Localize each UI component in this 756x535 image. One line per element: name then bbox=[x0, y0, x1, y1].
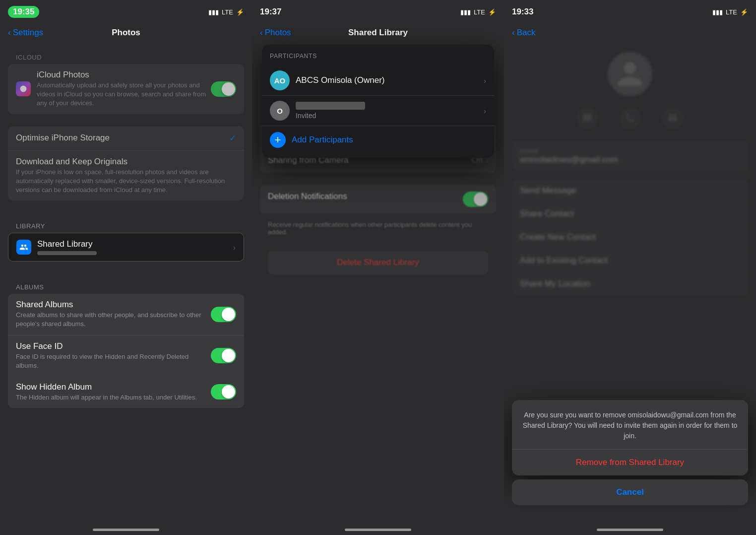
face-id-item[interactable]: Use Face ID Face ID is required to view … bbox=[8, 335, 244, 376]
invited-info: Invited bbox=[296, 102, 480, 120]
message-icon bbox=[576, 107, 598, 129]
status-bar-2: 19:37 ▮▮▮ LTE ⚡ bbox=[252, 0, 504, 22]
status-time-3: 19:33 bbox=[512, 7, 533, 17]
optimise-storage-text: Optimise iPhone Storage bbox=[16, 133, 225, 143]
nav-back-2[interactable]: ‹ Photos bbox=[260, 28, 291, 38]
add-participant-label: Add Participants bbox=[292, 135, 353, 145]
alert-dialog: Are you sure you want to remove omisolai… bbox=[512, 400, 748, 505]
owner-chevron: › bbox=[484, 76, 486, 85]
profile-actions bbox=[570, 107, 690, 131]
nav-back-1[interactable]: ‹ Settings bbox=[8, 28, 43, 38]
share-contact-item[interactable]: Share Contact bbox=[512, 202, 748, 226]
show-hidden-item[interactable]: Show Hidden Album The Hidden album will … bbox=[8, 376, 244, 408]
battery-icon-2: ⚡ bbox=[488, 8, 496, 16]
create-contact-item[interactable]: Create New Contact bbox=[512, 226, 748, 249]
icloud-photos-item[interactable]: iCloud Photos Automatically upload and s… bbox=[8, 64, 244, 114]
send-message-item[interactable]: Send Message bbox=[512, 179, 748, 202]
owner-avatar: AO bbox=[270, 70, 290, 90]
deletion-item[interactable]: Deletion Notifications bbox=[260, 185, 496, 214]
show-hidden-text: Show Hidden Album The Hidden album will … bbox=[16, 382, 211, 402]
contact-profile bbox=[504, 44, 756, 141]
nav-back-3[interactable]: ‹ Back bbox=[512, 28, 535, 38]
shared-library-icon bbox=[16, 240, 31, 255]
signal-icon-2: ▮▮▮ bbox=[460, 8, 471, 16]
remove-from-library-button[interactable]: Remove from Shared Library bbox=[512, 449, 748, 475]
back-chevron-2: ‹ bbox=[260, 28, 263, 38]
shared-albums-toggle[interactable] bbox=[211, 307, 236, 322]
alert-body: Are you sure you want to remove omisolai… bbox=[512, 400, 748, 475]
optimise-checkmark: ✓ bbox=[229, 133, 236, 143]
signal-icon-1: ▮▮▮ bbox=[208, 8, 219, 16]
shared-library-title: Shared Library bbox=[37, 239, 229, 249]
download-keep-title: Download and Keep Originals bbox=[16, 157, 236, 167]
owner-name: ABCS Omisola (Owner) bbox=[296, 75, 480, 85]
icloud-email: omisolaidowu@gmail.com bbox=[520, 155, 740, 165]
albums-header: ALBUMS bbox=[8, 273, 244, 294]
call-action[interactable] bbox=[613, 107, 647, 131]
nav-bar-2: ‹ Photos Shared Library bbox=[252, 22, 504, 44]
alert-text: Are you sure you want to remove omisolai… bbox=[512, 400, 748, 449]
message-action[interactable] bbox=[570, 107, 605, 131]
lte-icon-3: LTE bbox=[726, 8, 737, 16]
storage-list: Optimise iPhone Storage ✓ Download and K… bbox=[8, 126, 244, 201]
battery-icon-3: ⚡ bbox=[740, 8, 748, 16]
library-section: LIBRARY Shared Library › bbox=[0, 212, 252, 262]
lte-icon-2: LTE bbox=[474, 8, 485, 16]
status-time-1: 19:35 bbox=[8, 6, 39, 18]
deletion-toggle[interactable] bbox=[463, 192, 488, 207]
icloud-section: ICLOUD iCloud Photos Automatically uploa… bbox=[0, 44, 252, 201]
download-keep-item[interactable]: Download and Keep Originals If your iPho… bbox=[8, 151, 244, 201]
panel-3-contact: 19:33 ▮▮▮ LTE ⚡ ‹ Back bbox=[504, 0, 756, 535]
mail-action[interactable] bbox=[655, 107, 690, 131]
status-bar-3: 19:33 ▮▮▮ LTE ⚡ bbox=[504, 0, 756, 22]
deletion-label: Deletion Notifications bbox=[268, 192, 463, 201]
icloud-item[interactable]: iCloud omisolaidowu@gmail.com bbox=[512, 141, 748, 171]
icloud-contact-group: iCloud omisolaidowu@gmail.com bbox=[512, 141, 748, 171]
shared-library-item[interactable]: Shared Library › bbox=[8, 233, 244, 262]
icloud-header: ICLOUD bbox=[8, 44, 244, 64]
nav-title-2: Shared Library bbox=[348, 28, 408, 38]
cancel-button[interactable]: Cancel bbox=[512, 479, 748, 505]
participants-sheet: PARTICIPANTS AO ABCS Omisola (Owner) › O… bbox=[262, 45, 494, 158]
status-bar-1: 19:35 ▮▮▮ LTE ⚡ bbox=[0, 0, 252, 22]
face-id-subtitle: Face ID is required to view the Hidden a… bbox=[16, 352, 211, 370]
face-id-text: Use Face ID Face ID is required to view … bbox=[16, 341, 211, 370]
shared-library-chevron: › bbox=[233, 243, 236, 252]
add-existing-item[interactable]: Add to Existing Contact bbox=[512, 249, 748, 272]
face-id-toggle[interactable] bbox=[211, 348, 236, 363]
back-chevron-3: ‹ bbox=[512, 28, 515, 38]
lte-icon-1: LTE bbox=[222, 8, 233, 16]
icloud-photos-toggle[interactable] bbox=[211, 81, 236, 97]
albums-section: ALBUMS Shared Albums Create albums to sh… bbox=[0, 273, 252, 408]
deletion-subtitle: Receive regular notifications when other… bbox=[260, 218, 496, 236]
participants-header: PARTICIPANTS bbox=[262, 53, 494, 66]
shared-albums-item[interactable]: Shared Albums Create albums to share wit… bbox=[8, 294, 244, 335]
shared-albums-text: Shared Albums Create albums to share wit… bbox=[16, 300, 211, 329]
icloud-photos-icon bbox=[16, 81, 31, 96]
back-label-2: Photos bbox=[265, 28, 291, 38]
owner-row[interactable]: AO ABCS Omisola (Owner) › bbox=[262, 66, 494, 96]
nav-title-1: Photos bbox=[112, 28, 140, 38]
library-list: Shared Library › bbox=[8, 233, 244, 262]
home-indicator-2 bbox=[345, 529, 411, 531]
add-participant-row[interactable]: + Add Participants bbox=[262, 126, 494, 154]
nav-bar-3: ‹ Back bbox=[504, 22, 756, 44]
nav-bar-1: ‹ Settings Photos bbox=[0, 22, 252, 44]
battery-icon-1: ⚡ bbox=[236, 8, 244, 16]
delete-shared-library-button[interactable]: Delete Shared Library bbox=[268, 251, 488, 274]
face-id-title: Use Face ID bbox=[16, 341, 211, 351]
show-hidden-toggle[interactable] bbox=[211, 384, 236, 400]
icloud-photos-text: iCloud Photos Automatically upload and s… bbox=[37, 70, 211, 108]
call-icon bbox=[619, 107, 641, 129]
profile-avatar bbox=[608, 52, 652, 96]
invited-row[interactable]: O Invited › bbox=[262, 96, 494, 126]
shared-library-blur bbox=[37, 251, 97, 255]
share-location-item[interactable]: Share My Location bbox=[512, 272, 748, 295]
panel-2-shared-library: 19:37 ▮▮▮ LTE ⚡ ‹ Photos Shared Library … bbox=[252, 0, 504, 535]
show-hidden-subtitle: The Hidden album will appear in the Albu… bbox=[16, 393, 211, 402]
optimise-storage-item[interactable]: Optimise iPhone Storage ✓ bbox=[8, 126, 244, 151]
contact-content: iCloud omisolaidowu@gmail.com Send Messa… bbox=[504, 44, 756, 295]
delete-btn-container: Delete Shared Library bbox=[260, 251, 496, 274]
actions-group: Send Message Share Contact Create New Co… bbox=[512, 179, 748, 295]
owner-info: ABCS Omisola (Owner) bbox=[296, 75, 480, 85]
